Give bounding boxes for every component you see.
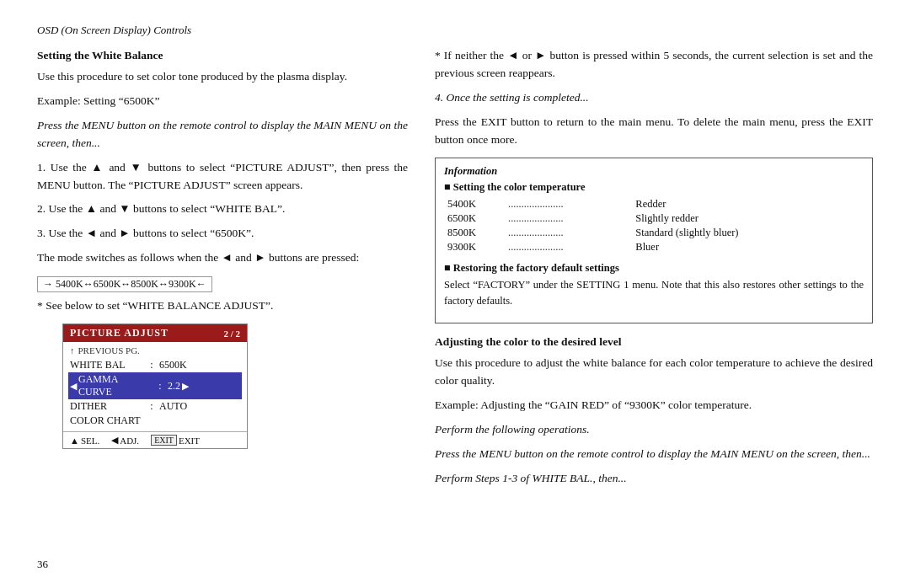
pa-row-dither: DITHER : AUTO (70, 399, 240, 414)
pa-header-label: PICTURE ADJUST (70, 327, 169, 339)
picture-adjust-box: PICTURE ADJUST 2 / 2 PREVIOUS PG. WHITE … (62, 323, 248, 449)
section2-italic2: Press the MENU button on the remote cont… (435, 446, 873, 463)
pa-header: PICTURE ADJUST 2 / 2 (63, 324, 247, 342)
step3-line2: The mode switches as follows when the ◄ … (37, 249, 408, 267)
pa-prev-row: PREVIOUS PG. (70, 345, 240, 355)
left-column: Setting the White Balance Use this proce… (37, 47, 408, 553)
pa-value-gamma: 2.2 (168, 380, 180, 393)
pa-value-dither: AUTO (159, 400, 187, 413)
pa-label-dither: DITHER (70, 400, 144, 413)
two-col-layout: Setting the White Balance Use this proce… (37, 47, 873, 553)
info-sub2: ■ Restoring the factory default settings (444, 262, 864, 275)
pa-colon-3: : (146, 400, 158, 413)
info-restore-text: Select “FACTORY” under the SETTING 1 men… (444, 277, 864, 310)
info-table-row: 5400K ..................... Redder (446, 198, 862, 211)
info-row-key: 5400K (446, 198, 505, 211)
pa-body: PREVIOUS PG. WHITE BAL : 6500K GAMMA CUR… (63, 342, 247, 431)
pa-footer-exit: EXIT EXIT (151, 435, 200, 446)
info-table-row: 9300K ..................... Bluer (446, 241, 862, 254)
section2-example: Example: Adjusting the “GAIN RED” of “93… (435, 397, 873, 414)
pa-footer: SEL. ADJ. EXIT EXIT (63, 431, 247, 448)
pa-label-white-bal: WHITE BAL (70, 359, 144, 372)
cycle-arrow-left-icon: ← (196, 278, 206, 291)
pa-value-white-bal: 6500K (159, 359, 187, 372)
info-row-key: 8500K (446, 227, 505, 239)
right-column: * If neither the ◄ or ► button is presse… (435, 47, 873, 553)
info-row-dots: ..................... (506, 241, 632, 254)
info-box: Information ■ Setting the color temperat… (435, 158, 873, 324)
adj-left-icon (111, 435, 118, 446)
up-arrow-icon (70, 345, 75, 355)
pa-label-gamma: GAMMA CURVE (78, 373, 153, 398)
info-row-value: Slightly redder (634, 212, 862, 225)
page-title: OSD (On Screen Display) Controls (37, 24, 873, 37)
page-number-bottom: 36 (37, 558, 873, 571)
sel-up-icon (70, 436, 79, 446)
pa-label-color-chart: COLOR CHART (70, 414, 144, 427)
section2-italic3: Perform Steps 1-3 of WHITE BAL., then... (435, 470, 873, 488)
pa-colon-1: : (146, 359, 158, 372)
section1-italic: Press the MENU button on the remote cont… (37, 117, 408, 152)
info-sub1: ■ Setting the color temperature (444, 181, 864, 194)
info-row-key: 9300K (446, 241, 505, 254)
section1-p1: Use this procedure to set color tone pro… (37, 68, 408, 86)
gamma-arrow-left-icon (70, 380, 77, 393)
arrow-right-icon (43, 278, 53, 291)
step4-italic: 4. Once the setting is completed... (435, 89, 873, 107)
info-table-row: 8500K ..................... Standard (sl… (446, 227, 862, 239)
info-row-value: Standard (slightly bluer) (634, 227, 862, 239)
page-container: OSD (On Screen Display) Controls Setting… (0, 0, 910, 588)
note1-text: * If neither the ◄ or ► button is presse… (435, 47, 873, 83)
cycle-line: 5400K↔ 6500K↔ 8500K↔ 9300K ← (37, 276, 212, 292)
pa-row-gamma: GAMMA CURVE : 2.2 (68, 372, 242, 399)
info-row-dots: ..................... (506, 227, 632, 239)
info-title: Information (444, 165, 864, 178)
info-row-dots: ..................... (506, 198, 632, 211)
pa-row-white-bal: WHITE BAL : 6500K (70, 358, 240, 372)
info-row-value: Redder (634, 198, 862, 211)
pa-footer-sel: SEL. (70, 436, 99, 446)
pa-footer-adj: ADJ. (111, 435, 139, 446)
pa-prev-label: PREVIOUS PG. (78, 345, 140, 355)
info-table: 5400K ..................... Redder 6500K… (444, 196, 864, 255)
step3-line1: 3. Use the ◄ and ► buttons to select “65… (37, 225, 408, 243)
pa-row-color-chart: COLOR CHART (70, 414, 240, 428)
section2-title: Adjusting the color to the desired level (435, 334, 873, 351)
see-below-text: * See below to set “WHITE BALANCE ADJUST… (37, 297, 408, 315)
info-section-restore: ■ Restoring the factory default settings… (444, 262, 864, 310)
section2-p1: Use this procedure to adjust the white b… (435, 355, 873, 390)
pa-colon-2: : (154, 380, 166, 393)
section2-italic1: Perform the following operations. (435, 421, 873, 439)
cycle-item-1: 5400K↔ (53, 278, 94, 291)
info-row-value: Bluer (634, 241, 862, 254)
step2-text: 2. Use the ▲ and ▼ buttons to select “WH… (37, 200, 408, 218)
section1-example: Example: Setting “6500K” (37, 93, 408, 110)
step1-text: 1. Use the ▲ and ▼ buttons to select “PI… (37, 159, 408, 195)
section1-title: Setting the White Balance (37, 47, 408, 65)
info-table-row: 6500K ..................... Slightly red… (446, 212, 862, 225)
gamma-arrow-right-icon (182, 380, 189, 393)
cycle-item-3: 8500K↔ (131, 278, 169, 291)
info-row-key: 6500K (446, 212, 505, 225)
cycle-item-4: 9300K (169, 278, 196, 291)
exit-button-icon: EXIT (151, 435, 177, 446)
pa-header-page: 2 / 2 (223, 329, 240, 339)
step4-text: Press the EXIT button to return to the m… (435, 114, 873, 149)
cycle-item-2: 6500K↔ (94, 278, 131, 291)
info-row-dots: ..................... (506, 212, 632, 225)
